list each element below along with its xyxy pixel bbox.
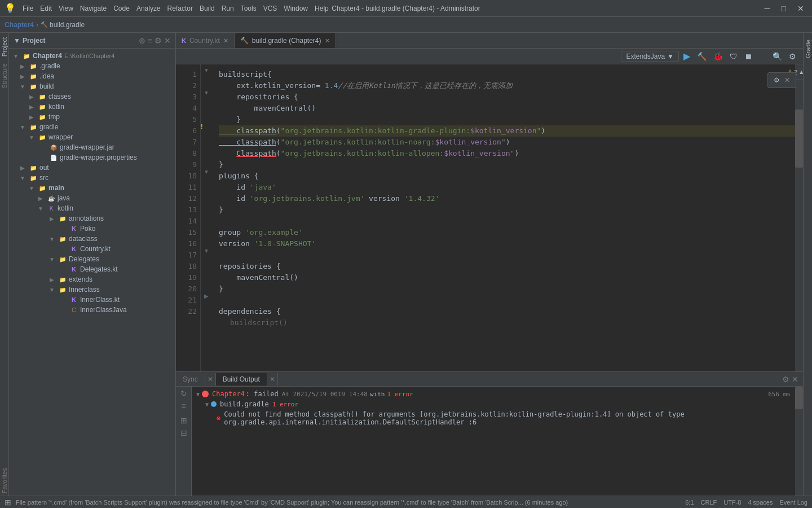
tree-item-innerclass-kt[interactable]: K InnerClass.kt	[9, 295, 175, 305]
menu-view[interactable]: View	[59, 5, 73, 12]
debug-button[interactable]: 🐞	[711, 52, 725, 61]
tree-item-annotations[interactable]: ▶ 📁 annotations	[9, 213, 175, 224]
collapse-all-icon[interactable]: ⊟	[180, 428, 187, 437]
menu-build[interactable]: Build	[200, 5, 215, 12]
menu-tools[interactable]: Tools	[241, 5, 257, 12]
restart-icon[interactable]: ↻	[180, 389, 187, 398]
line-ending[interactable]: CRLF	[701, 499, 717, 506]
fold-3[interactable]: ▼	[201, 87, 212, 98]
tree-item-out[interactable]: ▶ 📁 out	[9, 163, 175, 173]
sort-icon[interactable]: ≡	[148, 36, 152, 45]
toggle-tree-icon[interactable]: ≡	[181, 401, 186, 410]
menu-analyze[interactable]: Analyze	[136, 5, 161, 12]
tree-item-delegates-kt[interactable]: K Delegates.kt	[9, 264, 175, 274]
menu-run[interactable]: Run	[222, 5, 234, 12]
encoding[interactable]: UTF-8	[723, 499, 741, 506]
tree-item-java[interactable]: ▶ ☕ java	[9, 193, 175, 203]
build-panel-scrollbar[interactable]	[795, 387, 803, 496]
indent-setting[interactable]: 4 spaces	[748, 499, 773, 506]
expand-all-icon[interactable]: ⊞	[180, 416, 187, 425]
tab-country-kt[interactable]: K Country.kt ✕	[176, 33, 235, 48]
tree-item-classes[interactable]: ▶ 📁 classes	[9, 91, 175, 102]
coverage-button[interactable]: 🛡	[727, 52, 740, 61]
add-icon[interactable]: ⊕	[139, 36, 145, 45]
settings-icon[interactable]: ⚙	[155, 36, 162, 45]
tree-item-innerclassjava[interactable]: C InnerClassJava	[9, 305, 175, 315]
notification-close-button[interactable]: ✕	[784, 76, 790, 84]
breadcrumb-file[interactable]: build.gradle	[50, 21, 85, 29]
structure-tab-icon[interactable]: Structure	[0, 61, 9, 91]
search-everywhere-button[interactable]: 🔍	[770, 52, 784, 61]
scroll-up-icon[interactable]: ▲	[798, 69, 803, 75]
tree-item-kotlin-build[interactable]: ▶ 📁 kotlin	[9, 102, 175, 112]
tree-item-main[interactable]: ▼ 📁 main	[9, 183, 175, 193]
tab-build-output-close[interactable]: ✕	[267, 373, 278, 386]
build-row-gradle[interactable]: ▼ build.gradle 1 error	[194, 399, 793, 409]
tab-close[interactable]: ✕	[223, 37, 228, 45]
tree-item-extends[interactable]: ▶ 📁 extends	[9, 274, 175, 284]
tab-build-gradle[interactable]: 🔨 build.gradle (Chapter4) ✕	[235, 33, 336, 48]
tree-item-dataclass[interactable]: ▼ 📁 dataclass	[9, 234, 175, 244]
build-timestamp: 656 ms	[768, 391, 791, 398]
tree-item-delegates-folder[interactable]: ▼ 📁 Delegates	[9, 254, 175, 264]
gradle-tab[interactable]: Gradle	[804, 37, 813, 60]
close-button[interactable]: ✕	[794, 3, 807, 14]
tree-item-gradle-wrapper-props[interactable]: 📄 gradle-wrapper.properties	[9, 152, 175, 163]
fold-10[interactable]: ▼	[201, 166, 212, 177]
tab-sync[interactable]: Sync	[176, 373, 205, 386]
favorites-tab-icon[interactable]: Favorites	[0, 466, 9, 496]
tree-item-innerclass-folder[interactable]: ▼ 📁 Innerclass	[9, 284, 175, 295]
run-button[interactable]: ▶	[681, 51, 692, 62]
cursor-position[interactable]: 6:1	[685, 499, 694, 506]
editor-scrollbar[interactable]: ⚠ 2 ▲ ▼	[795, 64, 803, 371]
build-row-error-msg[interactable]: ⊗ Could not find method classpath() for …	[194, 409, 793, 427]
maximize-button[interactable]: □	[778, 3, 789, 14]
close-build-panel-icon[interactable]: ✕	[792, 375, 798, 384]
tab-build-output[interactable]: Build Output	[216, 373, 267, 386]
tree-item-wrapper[interactable]: ▼ 📁 wrapper	[9, 132, 175, 142]
tree-item-idea[interactable]: ▶ 📁 .idea	[9, 71, 175, 81]
settings-button[interactable]: ⚙	[787, 52, 798, 61]
menu-file[interactable]: File	[23, 5, 33, 12]
project-tab-icon[interactable]: Project	[0, 35, 9, 59]
build-button[interactable]: 🔨	[695, 52, 709, 61]
scrollbar-thumb[interactable]	[795, 110, 803, 168]
tree-item-kotlin[interactable]: ▼ K kotlin	[9, 203, 175, 213]
fold-22[interactable]: ▶	[201, 290, 212, 301]
code-content[interactable]: buildscript{ ext.kotlin_version= 1.4//在启…	[212, 64, 795, 371]
expand-icon	[59, 265, 68, 274]
fold-18[interactable]: ▼	[201, 245, 212, 256]
tab-sync-close[interactable]: ✕	[205, 373, 216, 386]
minimize-button[interactable]: ─	[761, 3, 774, 14]
build-row-chapter4[interactable]: ▼ Chapter4 : failed At 2021/5/19 0019 14…	[194, 389, 793, 399]
tree-root-chapter4[interactable]: ▼ 📁 Chapter4 E:\Kotlin\Chapter4	[9, 51, 175, 61]
tree-item-tmp[interactable]: ▶ 📁 tmp	[9, 112, 175, 122]
tree-item-gradle[interactable]: ▼ 📁 gradle	[9, 122, 175, 132]
bottom-tabs-left: Sync ✕ Build Output ✕	[176, 373, 278, 386]
tree-item-gradle-hidden[interactable]: ▶ 📁 .gradle	[9, 61, 175, 71]
tree-item-src[interactable]: ▼ 📁 src	[9, 173, 175, 183]
tab-close[interactable]: ✕	[325, 37, 330, 45]
breadcrumb-project[interactable]: Chapter4	[5, 21, 34, 29]
menu-edit[interactable]: Edit	[40, 5, 52, 12]
menu-help[interactable]: Help	[315, 5, 329, 12]
scrollbar-track[interactable]	[795, 80, 803, 371]
menu-window[interactable]: Window	[284, 5, 308, 12]
menu-navigate[interactable]: Navigate	[80, 5, 107, 12]
tree-item-country-kt[interactable]: K Country.kt	[9, 244, 175, 254]
menu-vcs[interactable]: VCS	[263, 5, 277, 12]
run-config-selector[interactable]: ExtendsJava ▼	[621, 51, 679, 62]
tree-item-gradle-wrapper-jar[interactable]: 📦 gradle-wrapper.jar	[9, 142, 175, 152]
close-panel-icon[interactable]: ✕	[164, 36, 171, 45]
project-dropdown-icon[interactable]: ▼	[14, 37, 20, 45]
event-log-button[interactable]: Event Log	[779, 499, 807, 506]
tree-label: extends	[69, 275, 92, 283]
settings-build-icon[interactable]: ⚙	[782, 375, 789, 384]
code-line-18: repositories {	[219, 261, 795, 272]
menu-refactor[interactable]: Refactor	[167, 5, 193, 12]
fold-1[interactable]: ▼	[201, 64, 212, 76]
tree-item-build[interactable]: ▼ 📁 build	[9, 81, 175, 91]
stop-button[interactable]: ⏹	[742, 52, 754, 61]
menu-code[interactable]: Code	[113, 5, 130, 12]
tree-item-poko[interactable]: K Poko	[9, 224, 175, 234]
